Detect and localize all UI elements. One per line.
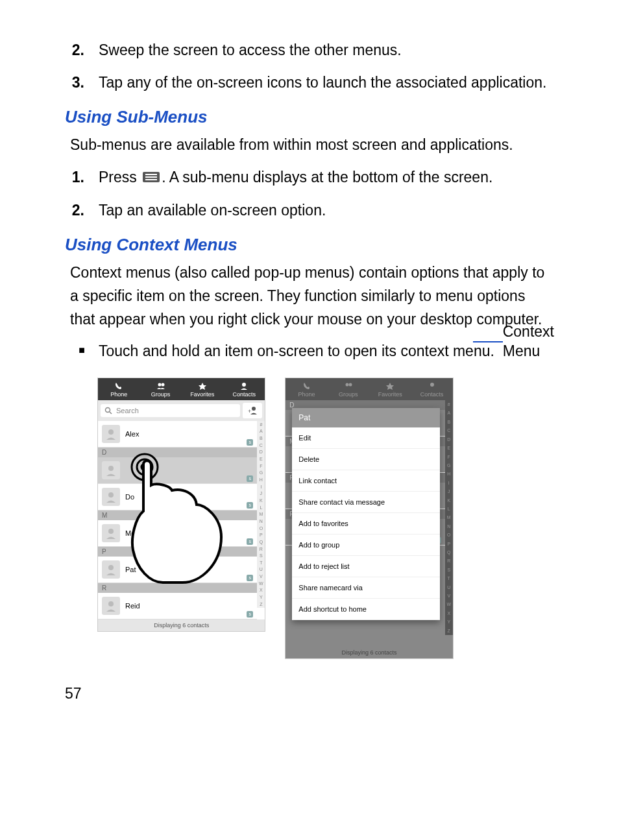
contacts-list[interactable]: Alexs D s Dos M Moms P Pats R Reids #ABC… bbox=[98, 421, 265, 619]
heading-using-context-menus: Using Context Menus bbox=[65, 235, 554, 255]
avatar bbox=[102, 524, 120, 542]
context-menu-item-add-shortcut[interactable]: Add shortcut to home bbox=[292, 599, 439, 620]
list-item[interactable]: s bbox=[98, 457, 257, 484]
callout-label: ContextMenu bbox=[503, 322, 554, 361]
heading-using-sub-menus: Using Sub-Menus bbox=[65, 107, 554, 127]
list-item[interactable]: Reids bbox=[98, 593, 257, 619]
submenu-step-2: 2. Tap an available on-screen option. bbox=[65, 199, 554, 222]
contact-name: Pat bbox=[125, 566, 136, 573]
search-input[interactable]: Search bbox=[101, 404, 240, 417]
sync-badge-icon: s bbox=[247, 575, 253, 581]
svg-point-9 bbox=[252, 407, 256, 411]
tab-bar: Phone Groups Favorites Contacts bbox=[98, 378, 265, 400]
context-menu-item-reject-list[interactable]: Add to reject list bbox=[292, 556, 439, 577]
context-menu-item-edit[interactable]: Edit bbox=[292, 427, 439, 449]
step-number: 2. bbox=[65, 39, 99, 62]
search-icon bbox=[104, 407, 112, 414]
text-post: . A sub-menu displays at the bottom of t… bbox=[162, 169, 492, 186]
phone-context-menu: Phone Groups Favorites Contacts D M P R … bbox=[285, 378, 453, 659]
contact-name: Mom bbox=[125, 529, 141, 537]
context-menu-title: Pat bbox=[292, 408, 439, 427]
section-header-m: M bbox=[98, 510, 257, 520]
bullet-text: Touch and hold an item on-screen to open… bbox=[99, 340, 494, 363]
tab-bar: Phone Groups Favorites Contacts bbox=[285, 378, 452, 400]
section-header-r: R bbox=[98, 583, 257, 593]
step-2: 2. Sweep the screen to access the other … bbox=[65, 39, 554, 62]
contact-name: Do bbox=[125, 493, 134, 501]
search-placeholder: Search bbox=[116, 407, 139, 414]
paragraph-sub-menus: Sub-menus are available from within most… bbox=[70, 134, 554, 157]
step-text: Tap any of the on-screen icons to launch… bbox=[99, 71, 554, 95]
context-menu-popup: Pat Edit Delete Link contact Share conta… bbox=[292, 408, 439, 620]
submenu-step-1: 1. Press . A sub-menu displays at the bo… bbox=[65, 166, 554, 190]
tab-favorites: Favorites bbox=[369, 378, 411, 400]
sync-badge-icon: s bbox=[247, 439, 253, 446]
tab-favorites[interactable]: Favorites bbox=[182, 378, 223, 400]
menu-icon bbox=[142, 167, 160, 190]
svg-rect-1 bbox=[145, 174, 157, 175]
tab-phone[interactable]: Phone bbox=[98, 378, 140, 400]
tab-groups[interactable]: Groups bbox=[140, 378, 181, 400]
step-text: Press . A sub-menu displays at the botto… bbox=[99, 166, 554, 190]
svg-point-16 bbox=[108, 601, 114, 606]
tab-phone: Phone bbox=[285, 378, 327, 400]
svg-rect-2 bbox=[145, 176, 157, 178]
sync-badge-icon: s bbox=[247, 611, 253, 618]
list-footer: Displaying 6 contacts bbox=[285, 647, 452, 658]
avatar bbox=[102, 560, 120, 579]
context-menu-item-add-favorites[interactable]: Add to favorites bbox=[292, 513, 439, 534]
phone-contacts-list: Phone Groups Favorites Contacts Search +… bbox=[97, 378, 265, 632]
contact-name: Alex bbox=[125, 430, 139, 438]
avatar bbox=[102, 425, 120, 443]
list-footer: Displaying 6 contacts bbox=[98, 619, 265, 631]
alpha-index[interactable]: #ABCDEFGHIJKLMNOPQRSTUVWXYZ bbox=[257, 421, 265, 608]
context-menu-item-share-namecard[interactable]: Share namecard via bbox=[292, 577, 439, 599]
avatar bbox=[102, 597, 120, 615]
svg-point-4 bbox=[158, 383, 161, 386]
svg-point-13 bbox=[108, 492, 114, 498]
page-number: 57 bbox=[65, 685, 554, 702]
add-person-icon: + bbox=[247, 406, 258, 415]
tab-contacts[interactable]: Contacts bbox=[223, 378, 265, 400]
svg-text:+: + bbox=[248, 408, 251, 414]
step-number: 1. bbox=[65, 166, 99, 190]
svg-point-11 bbox=[108, 429, 114, 435]
text-pre: Press bbox=[99, 169, 141, 186]
svg-rect-3 bbox=[145, 179, 157, 180]
list-item[interactable]: Dos bbox=[98, 484, 257, 510]
sync-badge-icon: s bbox=[247, 538, 253, 545]
svg-point-5 bbox=[161, 383, 164, 386]
svg-point-6 bbox=[242, 383, 246, 387]
alpha-index: #ABCDEFGHIJKLMNOPQRSTUVWXYZ bbox=[445, 400, 453, 635]
avatar bbox=[102, 461, 120, 479]
context-menu-item-share-message[interactable]: Share contact via message bbox=[292, 492, 439, 513]
search-row: Search + bbox=[98, 400, 265, 421]
step-number: 2. bbox=[65, 199, 99, 222]
tab-contacts: Contacts bbox=[411, 378, 452, 400]
paragraph-context-menus: Context menus (also called pop-up menus)… bbox=[70, 261, 554, 331]
bullet-context-menu: ■ Touch and hold an item on-screen to op… bbox=[65, 340, 554, 363]
sync-badge-icon: s bbox=[247, 502, 253, 509]
svg-point-7 bbox=[106, 407, 110, 412]
svg-point-14 bbox=[108, 529, 114, 534]
square-bullet-icon: ■ bbox=[65, 340, 99, 363]
add-contact-button[interactable]: + bbox=[243, 403, 262, 418]
step-3: 3. Tap any of the on-screen icons to lau… bbox=[65, 71, 554, 95]
contact-name: Reid bbox=[125, 602, 140, 610]
context-menu-item-link-contact[interactable]: Link contact bbox=[292, 470, 439, 492]
list-item[interactable]: Pats bbox=[98, 557, 257, 583]
avatar bbox=[102, 488, 120, 506]
step-text: Sweep the screen to access the other men… bbox=[99, 39, 554, 62]
context-menu-item-delete[interactable]: Delete bbox=[292, 449, 439, 470]
step-number: 3. bbox=[65, 71, 99, 95]
context-menu-item-add-group[interactable]: Add to group bbox=[292, 534, 439, 556]
svg-line-8 bbox=[110, 412, 112, 414]
svg-point-20 bbox=[345, 383, 348, 386]
list-item[interactable]: Moms bbox=[98, 520, 257, 547]
svg-point-12 bbox=[108, 466, 114, 471]
list-item[interactable]: Alexs bbox=[98, 421, 257, 448]
tab-groups: Groups bbox=[328, 378, 369, 400]
svg-point-15 bbox=[108, 565, 114, 570]
figure-context-menus: Phone Groups Favorites Contacts Search +… bbox=[97, 378, 554, 659]
svg-point-22 bbox=[430, 383, 434, 387]
